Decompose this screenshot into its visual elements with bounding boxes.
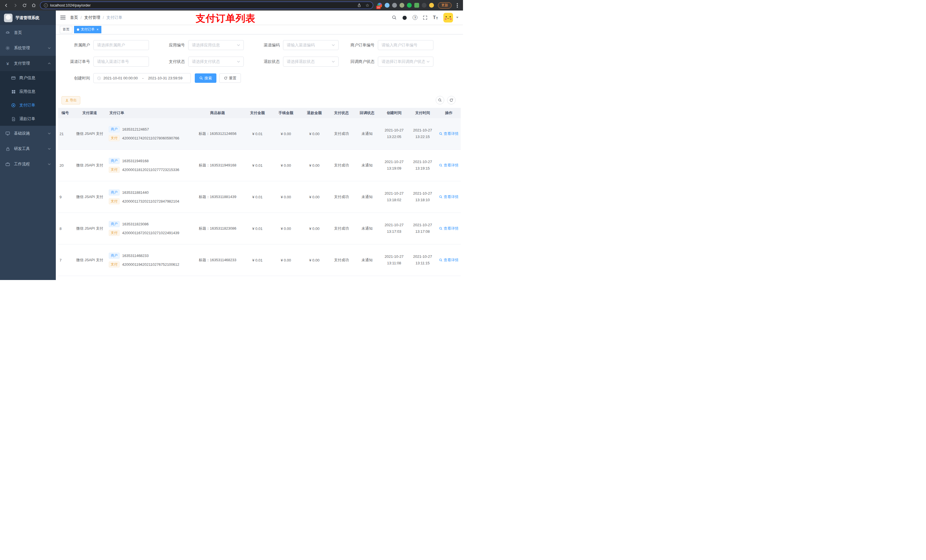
merchant-input[interactable]: 请选择所属商户 — [94, 40, 149, 50]
sidebar-item-workflow[interactable]: 工作流程 — [0, 157, 56, 172]
extension-icon[interactable] — [429, 3, 434, 8]
cell-refund: ¥ 0.00 — [300, 132, 328, 136]
cell-fee: ¥ 0.00 — [272, 258, 300, 263]
browser-menu-icon[interactable] — [457, 5, 458, 6]
extension-icon[interactable]: 10 — [377, 3, 382, 8]
search-icon[interactable] — [392, 15, 396, 20]
sidebar-item-pay-order[interactable]: 支付订单 — [0, 98, 56, 112]
field-label: 商户订单编号 — [346, 43, 378, 48]
cell-title: 标题：1635311468233 — [192, 258, 243, 263]
sidebar-item-infrastructure[interactable]: 基础设施 — [0, 126, 56, 141]
gear-icon — [5, 46, 10, 50]
cell-status: 支付成功 — [328, 226, 354, 231]
back-icon[interactable] — [3, 3, 9, 8]
notify-status-select[interactable]: 请选择订单回调商户状态 — [378, 57, 433, 66]
channel-order-no-input[interactable]: 请输入渠道订单号 — [94, 57, 149, 66]
filter-form: 所属商户 请选择所属商户 应用编号 请选择应用信息 渠道编码 请输入渠道编码 — [56, 35, 463, 83]
breadcrumb-pay-manage[interactable]: 支付管理 — [84, 15, 100, 20]
active-tab-dot — [77, 29, 79, 31]
create-time-range-picker[interactable]: 2021-10-01 00:00:00 - 2021-10-31 23:59:5… — [94, 73, 191, 83]
cell-create-time: 2021-10-27 13:22:05 — [380, 127, 409, 140]
sidebar-item-home[interactable]: 首页 — [0, 25, 56, 41]
extension-icon[interactable] — [422, 3, 427, 8]
extension-icon[interactable] — [385, 3, 390, 8]
refund-status-select[interactable]: 请选择退款状态 — [283, 57, 339, 66]
cell-channel: 微信 JSAPI 支付 — [72, 194, 107, 199]
cell-notify: 未通知 — [354, 194, 380, 199]
cell-refund: ¥ 0.00 — [300, 163, 328, 168]
extension-icon[interactable] — [392, 3, 397, 8]
cell-notify: 未通知 — [354, 131, 380, 136]
sidebar-item-label: 工作流程 — [14, 162, 30, 167]
extension-icon[interactable] — [399, 3, 404, 8]
sidebar-item-payment[interactable]: ¥ 支付管理 — [0, 56, 56, 71]
pay-tag: 支付 — [109, 230, 120, 236]
date-start-value: 2021-10-01 00:00:00 — [103, 76, 138, 80]
reset-button[interactable]: 重置 — [219, 73, 241, 83]
cell-notify: 未通知 — [354, 163, 380, 168]
breadcrumb-home[interactable]: 首页 — [70, 15, 78, 20]
search-button[interactable]: 搜索 — [195, 73, 216, 83]
cell-create-time: 2021-10-27 13:19:09 — [380, 159, 409, 172]
table-row: 9 微信 JSAPI 支付 商户 1635311881440 支付 420000… — [58, 181, 461, 213]
avatar[interactable] — [443, 13, 453, 23]
cell-create-time: 2021-10-27 13:11:08 — [380, 254, 409, 267]
pay-order-no: 4200001194202110276752100612 — [122, 263, 179, 267]
sidebar-item-dev-tools[interactable]: 研发工具 — [0, 141, 56, 157]
forward-icon[interactable] — [12, 3, 18, 8]
home-icon[interactable] — [31, 3, 36, 8]
help-icon[interactable]: ? — [413, 15, 418, 20]
font-size-icon[interactable]: TT — [433, 15, 438, 20]
export-button[interactable]: 导出 — [62, 96, 80, 104]
cell-fee: ¥ 0.00 — [272, 226, 300, 231]
tab-home[interactable]: 首页 — [60, 26, 72, 33]
fullscreen-icon[interactable] — [423, 15, 427, 20]
menu-fold-icon[interactable] — [61, 15, 65, 20]
view-detail-link[interactable]: 查看详情 — [439, 226, 458, 231]
url-bar[interactable]: i localhost:1024/pay/order ☆ — [40, 2, 373, 9]
view-detail-link[interactable]: 查看详情 — [439, 131, 458, 136]
cell-amount: ¥ 0.01 — [243, 226, 272, 231]
clock-icon — [97, 76, 101, 80]
pay-order-no: 4200001174202110278060590766 — [122, 136, 179, 140]
sidebar-item-system[interactable]: 系统管理 — [0, 41, 56, 56]
breadcrumb: 首页 / 支付管理 / 支付订单 — [70, 15, 123, 20]
chevron-down-icon — [48, 47, 51, 49]
browser-update-button[interactable]: 更新 — [438, 2, 452, 9]
cell-status: 支付成功 — [328, 163, 354, 168]
tab-pay-order[interactable]: 支付订单 × — [74, 26, 101, 33]
channel-code-select[interactable]: 请输入渠道编码 — [283, 40, 339, 50]
view-detail-link[interactable]: 查看详情 — [439, 258, 458, 263]
breadcrumb-separator: / — [103, 15, 104, 20]
sidebar-item-app-info[interactable]: 应用信息 — [0, 85, 56, 98]
extension-badge: 10 — [376, 6, 381, 9]
extension-icon[interactable] — [414, 3, 419, 8]
breadcrumb-current: 支付订单 — [106, 15, 123, 20]
sidebar-item-refund-order[interactable]: 退款订单 — [0, 112, 56, 126]
cell-fee: ¥ 0.00 — [272, 163, 300, 168]
app-id-select[interactable]: 请选择应用信息 — [188, 40, 244, 50]
close-icon[interactable]: × — [97, 28, 98, 31]
bookmark-star-icon[interactable]: ☆ — [366, 3, 369, 8]
avatar-caret-icon[interactable] — [456, 17, 458, 18]
chevron-down-icon — [332, 44, 335, 46]
toggle-search-button[interactable] — [436, 96, 444, 104]
share-icon[interactable] — [357, 3, 362, 8]
view-detail-link[interactable]: 查看详情 — [439, 194, 458, 199]
refresh-button[interactable] — [447, 96, 455, 104]
sidebar-item-label: 首页 — [14, 30, 22, 35]
chevron-down-icon — [237, 60, 240, 63]
tab-label: 首页 — [63, 27, 70, 32]
field-label: 渠道编码 — [251, 43, 283, 48]
view-detail-link[interactable]: 查看详情 — [439, 163, 458, 168]
site-info-icon[interactable]: i — [44, 3, 48, 8]
github-icon[interactable] — [402, 15, 407, 20]
col-status: 支付状态 — [328, 110, 354, 116]
reload-icon[interactable] — [22, 3, 27, 8]
pay-status-select[interactable]: 请选择支付状态 — [188, 57, 244, 66]
credit-card-icon — [11, 76, 16, 80]
extension-icon[interactable] — [407, 3, 412, 8]
merchant-order-no-input[interactable]: 请输入商户订单编号 — [378, 40, 433, 50]
sidebar-item-merchant-info[interactable]: 商户信息 — [0, 71, 56, 85]
app-logo-row[interactable]: 芋道管理系统 — [0, 11, 56, 25]
